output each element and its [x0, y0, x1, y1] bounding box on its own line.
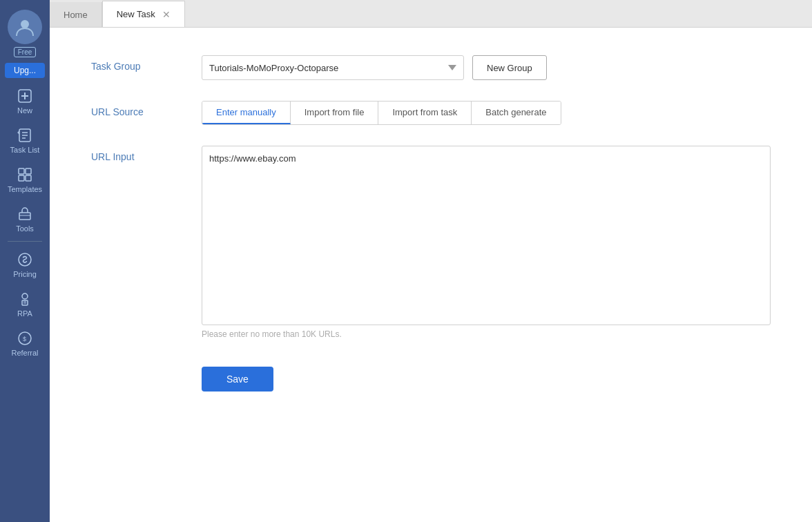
task-group-select[interactable]: Tutorials-MoMoProxy-Octoparse Default Gr…	[202, 55, 464, 80]
svg-rect-9	[26, 168, 31, 174]
referral-icon: $	[17, 330, 33, 347]
sidebar-item-referral-label: Referral	[11, 349, 38, 357]
content-area: Task Group Tutorials-MoMoProxy-Octoparse…	[50, 28, 812, 522]
sidebar-item-rpa-label: RPA	[17, 309, 32, 318]
url-tab-import-from-task[interactable]: Import from task	[378, 102, 472, 124]
url-source-control: Enter manually Import from file Import f…	[202, 101, 771, 125]
url-tab-batch-generate[interactable]: Batch generate	[472, 102, 560, 124]
url-source-row: URL Source Enter manually Import from fi…	[91, 101, 771, 125]
save-row: Save	[91, 360, 771, 392]
tab-bar: Home New Task ✕	[50, 0, 812, 28]
sidebar: Free Upg... New Task List Templates	[0, 0, 50, 522]
save-control: Save	[202, 360, 771, 392]
sidebar-item-task-list[interactable]: Task List	[0, 120, 50, 160]
url-source-tabs: Enter manually Import from file Import f…	[202, 101, 561, 125]
svg-rect-8	[19, 168, 24, 174]
sidebar-item-referral[interactable]: $ Referral	[0, 323, 50, 362]
rpa-icon	[17, 291, 33, 307]
tasklist-icon	[17, 127, 33, 144]
url-input-label: URL Input	[91, 146, 202, 162]
tab-home[interactable]: Home	[50, 2, 102, 27]
user-tier-badge: Free	[14, 47, 37, 57]
sidebar-divider	[8, 241, 42, 242]
save-button[interactable]: Save	[202, 367, 273, 392]
sidebar-item-tools[interactable]: Tools	[0, 199, 50, 238]
url-tab-import-from-file[interactable]: Import from file	[291, 102, 379, 124]
svg-rect-12	[19, 213, 30, 220]
svg-rect-11	[26, 175, 31, 181]
url-tab-enter-manually[interactable]: Enter manually	[202, 102, 291, 124]
svg-point-15	[22, 293, 28, 299]
sidebar-item-task-list-label: Task List	[10, 146, 40, 154]
sidebar-item-tools-label: Tools	[16, 224, 34, 233]
url-input-col: Please enter no more than 10K URLs.	[202, 146, 771, 339]
sidebar-item-templates-label: Templates	[8, 185, 42, 193]
tab-close-button[interactable]: ✕	[162, 9, 171, 20]
main-area: Home New Task ✕ Task Group Tutorials-MoM…	[50, 0, 812, 522]
url-input-row: URL Input Please enter no more than 10K …	[91, 146, 771, 339]
tools-icon	[17, 206, 33, 222]
url-input-textarea[interactable]	[202, 146, 771, 325]
templates-icon	[17, 166, 33, 183]
user-avatar	[8, 10, 42, 44]
task-group-control: Tutorials-MoMoProxy-Octoparse Default Gr…	[202, 55, 771, 80]
svg-point-0	[21, 20, 29, 28]
task-group-dropdown-wrapper: Tutorials-MoMoProxy-Octoparse Default Gr…	[202, 55, 464, 80]
url-hint-text: Please enter no more than 10K URLs.	[202, 329, 771, 339]
save-label-spacer	[91, 360, 202, 365]
plus-icon	[17, 88, 33, 104]
sidebar-item-templates[interactable]: Templates	[0, 160, 50, 199]
url-source-label: URL Source	[91, 101, 202, 117]
sidebar-item-pricing-label: Pricing	[13, 270, 37, 278]
upgrade-button[interactable]: Upg...	[5, 63, 45, 78]
tab-new-task[interactable]: New Task ✕	[102, 1, 185, 27]
sidebar-item-new[interactable]: New	[0, 81, 50, 120]
sidebar-item-new-label: New	[17, 106, 32, 115]
sidebar-item-rpa[interactable]: RPA	[0, 284, 50, 323]
pricing-icon	[17, 251, 33, 268]
task-group-row: Task Group Tutorials-MoMoProxy-Octoparse…	[91, 55, 771, 80]
sidebar-item-pricing[interactable]: Pricing	[0, 244, 50, 284]
task-group-label: Task Group	[91, 55, 202, 72]
new-group-button[interactable]: New Group	[472, 55, 547, 80]
svg-text:$: $	[23, 336, 26, 342]
svg-rect-10	[19, 175, 24, 181]
